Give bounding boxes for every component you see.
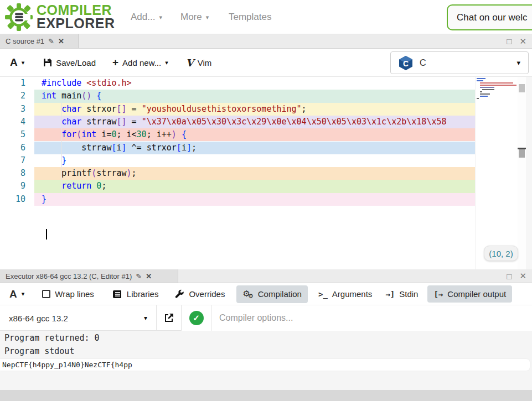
font-size-button[interactable]: A ▾ xyxy=(3,284,30,304)
close-icon[interactable]: ✕ xyxy=(519,37,526,46)
vim-label: Vim xyxy=(198,58,212,67)
language-select[interactable]: C C ▾ xyxy=(390,51,529,74)
chevron-down-icon: ▾ xyxy=(516,59,520,67)
code-line[interactable]: 4 char strraw[] = "\x37\x0a\x05\x30\x3c\… xyxy=(0,116,532,128)
maximize-icon[interactable]: □ xyxy=(507,37,512,46)
code-line[interactable]: 3 char strxor[] = "youshouldusethistoxor… xyxy=(0,103,532,116)
chevron-down-icon: ▾ xyxy=(159,14,162,21)
nav-templates-link[interactable]: Templates xyxy=(229,0,271,34)
font-size-button[interactable]: A ▾ xyxy=(4,52,30,73)
chevron-down-icon: ▾ xyxy=(165,59,168,66)
code-line[interactable]: 2int main() { xyxy=(0,90,532,102)
book-icon xyxy=(113,290,122,299)
program-returned-line: Program returned: 0 xyxy=(0,331,532,344)
code-line[interactable]: 1#include <stdio.h> xyxy=(0,77,532,90)
compilation-button[interactable]: ⚙⚙ Compilation xyxy=(236,285,308,303)
editor-tab[interactable]: C source #1 ✎ ✕ xyxy=(0,34,79,48)
overrides-button[interactable]: Overrides xyxy=(169,285,231,303)
nav-more-label: More xyxy=(180,12,202,23)
code-line[interactable]: 5 for(int i=0; i<30; i++) { xyxy=(0,128,532,141)
execution-output: Program returned: 0 Program stdout NepCT… xyxy=(0,331,532,390)
line-number: 5 xyxy=(0,128,25,141)
chevron-down-icon: ▾ xyxy=(206,14,209,21)
compilation-label: Compilation xyxy=(258,289,302,299)
stdin-label: Stdin xyxy=(399,289,418,299)
page-bottom-gutter xyxy=(0,390,532,401)
code-editor[interactable]: 1#include <stdio.h>2int main() {3 char s… xyxy=(0,77,532,269)
line-number: 3 xyxy=(0,103,25,116)
plus-icon: + xyxy=(112,56,118,69)
nav-add-label: Add... xyxy=(131,12,155,23)
compiler-options-input[interactable] xyxy=(211,305,532,331)
floppy-disk-icon xyxy=(43,58,52,67)
checkbox-icon[interactable] xyxy=(42,290,50,298)
minimap-code-bar xyxy=(477,98,479,99)
nav-templates-label: Templates xyxy=(229,12,271,23)
wrap-lines-toggle[interactable]: Wrap lines xyxy=(36,285,100,303)
close-icon[interactable]: ✕ xyxy=(58,37,64,45)
line-number: 8 xyxy=(0,167,25,180)
compiler-output-button[interactable]: [→ Compiler output xyxy=(427,285,512,303)
compiler-selected-value: x86-64 gcc 13.2 xyxy=(9,314,68,323)
line-number: 4 xyxy=(0,116,25,128)
stdin-button[interactable]: →] Stdin xyxy=(379,285,424,303)
logo-wordmark: COMPILER EXPLORER xyxy=(37,4,115,30)
stdout-text[interactable]: NepCTF{h4ppy_p14N0}NezCTF{h4pp xyxy=(0,359,530,371)
code-line[interactable]: 9 return 0; xyxy=(0,180,532,192)
executor-tab[interactable]: Executor x86-64 gcc 13.2 (C, Editor #1) … xyxy=(0,269,178,283)
close-icon[interactable]: ✕ xyxy=(519,271,526,281)
line-number: 7 xyxy=(0,154,25,167)
code-line[interactable]: 7 } xyxy=(0,154,532,167)
save-load-button[interactable]: Save/Load xyxy=(38,54,101,72)
chevron-down-icon: ▾ xyxy=(22,290,25,298)
compiler-output-label: Compiler output xyxy=(447,289,506,299)
nav-add-menu[interactable]: Add... ▾ xyxy=(131,0,162,34)
font-size-label: A xyxy=(9,288,17,300)
editor-tab-title: C source #1 xyxy=(6,37,44,45)
minimap-code-bar xyxy=(480,96,488,97)
arrow-into-bracket-icon: →] xyxy=(385,290,395,299)
gear-logo-icon xyxy=(4,3,33,32)
rename-pencil-icon[interactable]: ✎ xyxy=(48,37,54,45)
scrollbar-thumb[interactable] xyxy=(519,149,525,158)
minimap-code-bar xyxy=(480,91,482,92)
minimap[interactable] xyxy=(475,77,518,269)
compiler-select[interactable]: x86-64 gcc 13.2 ▾ xyxy=(0,305,157,331)
c-language-icon: C xyxy=(399,55,413,71)
scrollbar-thumb[interactable] xyxy=(519,84,525,92)
minimap-code-bar xyxy=(480,93,490,95)
chat-button[interactable]: Chat on our welc xyxy=(447,4,532,30)
vim-toggle-button[interactable]: V Vim xyxy=(180,53,218,73)
open-compiler-popout-button[interactable] xyxy=(157,305,182,331)
close-icon[interactable]: ✕ xyxy=(146,272,152,280)
editor-toolbar: A ▾ Save/Load + Add new... ▾ V Vim xyxy=(0,49,532,77)
vertical-scrollbar[interactable] xyxy=(518,77,526,269)
source-editor-pane: C source #1 ✎ ✕ □ ✕ A ▾ Save/ xyxy=(0,34,532,269)
language-selected-value: C xyxy=(420,58,426,68)
logo-line2: EXPLORER xyxy=(37,17,115,30)
code-line[interactable]: 10} xyxy=(0,193,532,206)
code-line[interactable]: 6 strraw[i] ^= strxor[i]; xyxy=(0,142,532,154)
maximize-icon[interactable]: □ xyxy=(507,272,512,281)
code-line[interactable]: 8 printf(strraw); xyxy=(0,167,532,180)
line-number: 9 xyxy=(0,180,25,192)
minimap-code-bar xyxy=(480,82,513,84)
minimap-code-bar xyxy=(477,78,485,79)
compiler-explorer-logo[interactable]: COMPILER EXPLORER xyxy=(4,2,121,32)
indent-guide xyxy=(61,103,62,193)
compile-status-cell: ✓ xyxy=(182,305,211,331)
add-new-label: Add new... xyxy=(122,58,161,67)
bracket-arrow-out-icon: [→ xyxy=(433,290,443,299)
arguments-button[interactable]: >_ Arguments xyxy=(312,285,378,303)
text-cursor xyxy=(46,229,47,239)
cursor-position-value: (10, 2) xyxy=(489,249,513,258)
rename-pencil-icon[interactable]: ✎ xyxy=(136,272,142,280)
chevron-down-icon: ▾ xyxy=(144,314,147,322)
libraries-button[interactable]: Libraries xyxy=(107,285,165,303)
font-size-label: A xyxy=(10,56,18,69)
vim-icon: V xyxy=(186,57,194,69)
libraries-label: Libraries xyxy=(127,289,159,299)
add-new-button[interactable]: + Add new... ▾ xyxy=(107,52,174,73)
nav-more-menu[interactable]: More ▾ xyxy=(180,0,209,34)
overrides-label: Overrides xyxy=(189,289,225,299)
